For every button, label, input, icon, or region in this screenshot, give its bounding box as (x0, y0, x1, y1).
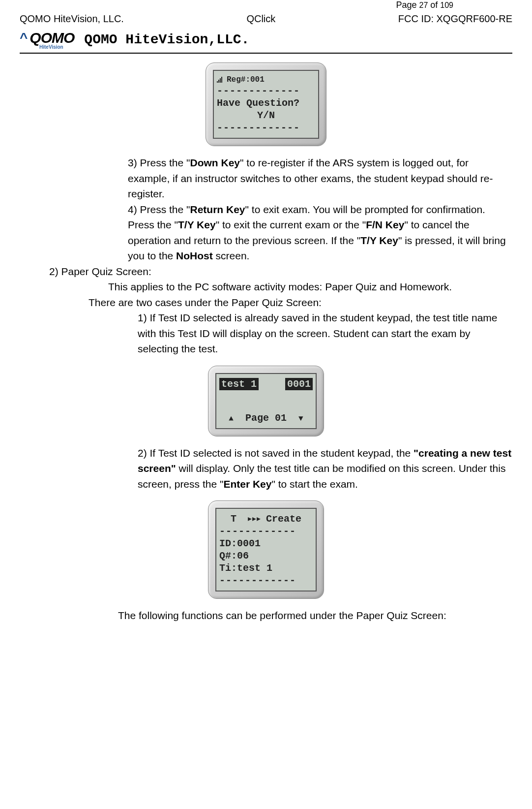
header-left: QOMO HiteVision, LLC. (20, 13, 124, 25)
fig2-page-num: 01 (275, 412, 287, 424)
case2a: 2) If Test ID selected is not saved in t… (138, 447, 414, 459)
page-of: of (428, 0, 440, 10)
fig2-page-prefix: Page (245, 412, 275, 424)
case2d: Enter Key (223, 478, 271, 490)
fig2-id: 0001 (285, 378, 313, 390)
case2e: " to start the exam. (271, 478, 358, 490)
p3a: 3) Press the " (128, 157, 190, 168)
page-prefix: Page (396, 0, 419, 10)
logo-caret-icon: ^ (20, 30, 28, 46)
section-2-p2: There are two cases under the Paper Quiz… (89, 295, 512, 311)
p4d: T/Y Key (178, 219, 216, 230)
triangle-up-icon: ▲ (229, 414, 234, 423)
fig3-id: ID:0001 (219, 537, 313, 550)
fig1-dashes-top: ------------- (217, 85, 315, 97)
page-total: 109 (440, 1, 453, 9)
header-row: QOMO HiteVision, LLC. QClick FCC ID: XQG… (20, 13, 512, 25)
p4f: F/N Key (366, 219, 404, 230)
fig1-question: Have Question? (217, 97, 315, 109)
fig3-t: T (231, 513, 236, 525)
fig3-dashes-bottom: ------------ (219, 574, 313, 587)
company-title: QOMO HiteVision,LLC. (84, 32, 249, 47)
fig1-yn: Y/N (217, 109, 315, 122)
page-current: 27 (419, 1, 428, 9)
case-1: 1) If Test ID selected is already saved … (138, 310, 512, 357)
step-3: 3) Press the "Down Key" to re-register i… (128, 155, 512, 202)
case-2: 2) If Test ID selected is not saved in t… (138, 445, 512, 492)
figure-create-test: T ▸▸▸ Create ------------ ID:0001 Q#:06 … (20, 500, 512, 599)
p3b: Down Key (190, 157, 240, 168)
page-number: Page 27 of 109 (20, 0, 512, 10)
figure-have-question: Reg#:001 ------------- Have Question? Y/… (20, 62, 512, 146)
fig3-create: Create (266, 513, 301, 525)
p4e: " to exit the current exam or the " (216, 219, 366, 230)
fig3-q: Q#:06 (219, 550, 313, 562)
sec2-p1-text: This applies to the PC software activity… (108, 281, 452, 292)
fig2-test: test 1 (219, 378, 259, 390)
play-icon: ▸▸▸ (242, 513, 260, 525)
p4j: NoHost (176, 250, 213, 261)
logo: ^ QOMO HiteVision (20, 30, 74, 50)
section-2-p1: This applies to the PC software activity… (89, 279, 512, 295)
fig1-reg: Reg#:001 (227, 75, 265, 85)
logo-main: QOMO (30, 30, 74, 46)
footer-line: The following functions can be performed… (118, 608, 512, 623)
header-center: QClick (246, 13, 275, 25)
figure-test-list: test 1 0001 ▲ Page 01 ▼ (20, 366, 512, 436)
fig3-dashes-top: ------------ (219, 525, 313, 537)
fig1-dashes-bottom: ------------- (217, 122, 315, 134)
p4h: T/Y Key (360, 235, 398, 246)
p4k: screen. (213, 250, 250, 261)
p4b: Return Key (190, 204, 245, 215)
p4a: 4) Press the " (128, 204, 190, 215)
title-row: ^ QOMO HiteVision QOMO HiteVision,LLC. (20, 30, 512, 54)
signal-icon (217, 77, 224, 83)
step-4: 4) Press the "Return Key" to exit exam. … (128, 202, 512, 264)
section-2-heading: 2) Paper Quiz Screen: (49, 264, 512, 280)
triangle-down-icon: ▼ (298, 414, 303, 423)
header-right: FCC ID: XQGQRF600-RE (398, 13, 512, 25)
fig3-ti: Ti:test 1 (219, 562, 313, 574)
